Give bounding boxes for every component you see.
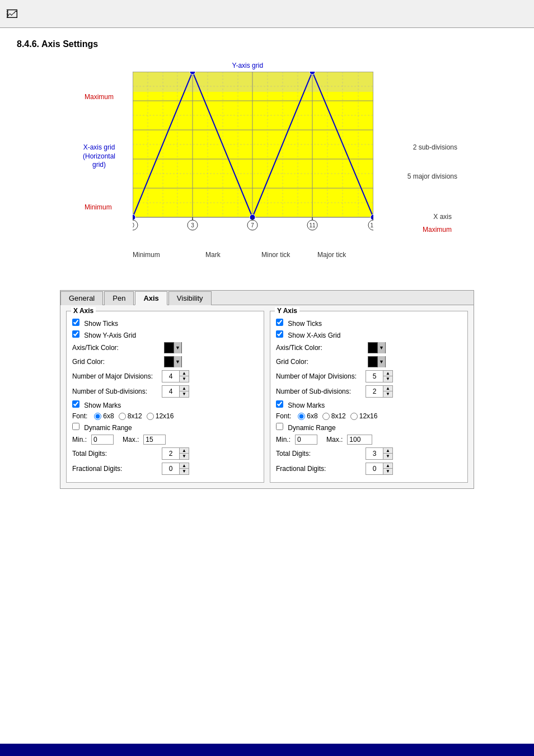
show-marks-checkbox-x[interactable] bbox=[72, 400, 79, 408]
major-divisions-spinbox-x[interactable]: ▲ ▼ bbox=[162, 370, 189, 382]
total-digits-input-y[interactable] bbox=[366, 449, 383, 458]
sub-divisions-row-y: Number of Sub-divisions: ▲ ▼ bbox=[276, 385, 462, 398]
fractional-digits-input-y[interactable] bbox=[366, 464, 383, 473]
show-marks-label-x[interactable]: Show Marks bbox=[72, 400, 121, 409]
total-digits-down-x[interactable]: ▼ bbox=[180, 454, 189, 459]
fractional-digits-down-y[interactable]: ▼ bbox=[383, 469, 392, 474]
chart-container: 100 80 60 40 20 0 0 3 bbox=[133, 72, 373, 234]
fractional-digits-up-x[interactable]: ▲ bbox=[180, 463, 189, 469]
fractional-digits-spinbox-y[interactable]: ▲ ▼ bbox=[366, 463, 393, 475]
total-digits-spinbox-x[interactable]: ▲ ▼ bbox=[162, 447, 189, 460]
show-xaxis-grid-checkbox[interactable] bbox=[276, 330, 283, 338]
major-divisions-down-x[interactable]: ▼ bbox=[180, 376, 189, 382]
major-divisions-row-y: Number of Major Divisions: ▲ ▼ bbox=[276, 370, 462, 382]
tab-axis[interactable]: Axis bbox=[135, 291, 167, 305]
grid-color-swatch-y[interactable]: ▼ bbox=[368, 356, 386, 367]
total-digits-up-y[interactable]: ▲ bbox=[383, 448, 392, 454]
svg-text:0: 0 bbox=[133, 222, 134, 228]
font-6x8-radio-x[interactable] bbox=[94, 413, 101, 420]
dynamic-range-label-x[interactable]: Dynamic Range bbox=[72, 423, 132, 432]
dynamic-range-label-y[interactable]: Dynamic Range bbox=[276, 423, 336, 432]
total-digits-input-x[interactable] bbox=[162, 449, 179, 458]
grid-color-swatch-x[interactable]: ▼ bbox=[164, 356, 182, 367]
tab-general[interactable]: General bbox=[60, 291, 103, 305]
minor-tick-label: Minor tick bbox=[261, 251, 290, 259]
svg-text:15: 15 bbox=[370, 222, 373, 228]
min-input-y[interactable] bbox=[295, 435, 317, 445]
dynamic-range-checkbox-x[interactable] bbox=[72, 423, 79, 430]
font-8x12-radio-y[interactable] bbox=[322, 413, 330, 420]
sub-divisions-label: 2 sub-divisions bbox=[413, 143, 457, 151]
dynamic-range-checkbox-y[interactable] bbox=[276, 423, 283, 430]
sub-divisions-spinbox-x[interactable]: ▲ ▼ bbox=[162, 385, 189, 398]
show-ticks-row-x: Show Ticks bbox=[72, 319, 258, 328]
maximum-bottom-label: Maximum bbox=[423, 226, 452, 234]
svg-text:3: 3 bbox=[191, 222, 194, 228]
major-divisions-up-x[interactable]: ▲ bbox=[180, 371, 189, 376]
maximum-label: Maximum bbox=[85, 93, 114, 101]
tab-pen[interactable]: Pen bbox=[104, 291, 134, 305]
fractional-digits-down-x[interactable]: ▼ bbox=[180, 469, 189, 474]
show-ticks-label-x[interactable]: Show Ticks bbox=[72, 319, 118, 328]
axis-tick-color-swatch-x[interactable]: ▼ bbox=[164, 342, 182, 353]
font-12x16-y[interactable]: 12x16 bbox=[350, 412, 378, 420]
show-xaxis-grid-label[interactable]: Show X-Axis Grid bbox=[276, 330, 340, 339]
major-divisions-up-y[interactable]: ▲ bbox=[383, 371, 392, 376]
total-digits-down-y[interactable]: ▼ bbox=[383, 454, 392, 459]
show-marks-row-y: Show Marks bbox=[276, 400, 462, 409]
font-12x16-x[interactable]: 12x16 bbox=[147, 412, 174, 420]
show-ticks-checkbox-y[interactable] bbox=[276, 319, 283, 326]
show-yaxis-grid-label[interactable]: Show Y-Axis Grid bbox=[72, 330, 136, 339]
major-divisions-label: 5 major divisions bbox=[407, 172, 457, 180]
total-digits-spinbox-y[interactable]: ▲ ▼ bbox=[366, 447, 393, 460]
settings-panel: General Pen Axis Visibility X Axis Show … bbox=[60, 290, 474, 489]
sub-divisions-down-x[interactable]: ▼ bbox=[180, 391, 189, 397]
font-8x12-radio-x[interactable] bbox=[119, 413, 126, 420]
font-12x16-radio-y[interactable] bbox=[350, 413, 358, 420]
sub-divisions-btns-y: ▲ ▼ bbox=[383, 386, 392, 397]
major-divisions-spinbox-y[interactable]: ▲ ▼ bbox=[366, 370, 393, 382]
show-ticks-label-y[interactable]: Show Ticks bbox=[276, 319, 322, 328]
sub-divisions-up-x[interactable]: ▲ bbox=[180, 386, 189, 391]
major-divisions-down-y[interactable]: ▼ bbox=[383, 376, 392, 382]
sub-divisions-input-x[interactable] bbox=[162, 387, 179, 396]
svg-rect-1 bbox=[133, 72, 373, 92]
font-6x8-radio-y[interactable] bbox=[298, 413, 305, 420]
sub-divisions-input-y[interactable] bbox=[366, 387, 383, 396]
fractional-digits-input-x[interactable] bbox=[162, 464, 179, 473]
fractional-digits-up-y[interactable]: ▲ bbox=[383, 463, 392, 469]
min-input-x[interactable] bbox=[91, 435, 114, 445]
font-8x12-y[interactable]: 8x12 bbox=[322, 412, 346, 420]
diagram-wrapper: Y axis Y-axis grid(Vertical grid) X-axis… bbox=[77, 60, 457, 273]
tab-visibility[interactable]: Visibility bbox=[168, 291, 212, 305]
font-6x8-x[interactable]: 6x8 bbox=[94, 412, 114, 420]
fractional-digits-spinbox-x[interactable]: ▲ ▼ bbox=[162, 463, 189, 475]
font-12x16-radio-x[interactable] bbox=[147, 413, 154, 420]
font-8x12-x[interactable]: 8x12 bbox=[119, 412, 142, 420]
show-yaxis-grid-checkbox[interactable] bbox=[72, 330, 79, 338]
total-digits-up-x[interactable]: ▲ bbox=[180, 448, 189, 454]
sub-divisions-spinbox-y[interactable]: ▲ ▼ bbox=[366, 385, 393, 398]
total-digits-btns-x: ▲ ▼ bbox=[179, 448, 189, 459]
show-marks-checkbox-y[interactable] bbox=[276, 400, 283, 408]
max-input-x[interactable] bbox=[143, 435, 166, 445]
max-input-y[interactable] bbox=[347, 435, 372, 445]
axis-tick-color-arrow-y[interactable]: ▼ bbox=[377, 342, 385, 353]
major-divisions-input-y[interactable] bbox=[366, 372, 383, 381]
show-ticks-checkbox-x[interactable] bbox=[72, 319, 79, 326]
axis-tick-color-swatch-y[interactable]: ▼ bbox=[368, 342, 386, 353]
show-ticks-row-y: Show Ticks bbox=[276, 319, 462, 328]
axis-tick-color-arrow-x[interactable]: ▼ bbox=[174, 342, 181, 353]
sub-divisions-down-y[interactable]: ▼ bbox=[383, 391, 392, 397]
major-divisions-btns-y: ▲ ▼ bbox=[383, 371, 392, 382]
fractional-digits-row-y: Fractional Digits: ▲ ▼ bbox=[276, 463, 462, 475]
show-marks-label-y[interactable]: Show Marks bbox=[276, 400, 325, 409]
major-divisions-input-x[interactable] bbox=[162, 372, 179, 381]
grid-color-arrow-y[interactable]: ▼ bbox=[377, 356, 385, 367]
grid-color-arrow-x[interactable]: ▼ bbox=[174, 356, 181, 367]
font-radio-group-y: 6x8 8x12 12x16 bbox=[298, 412, 377, 420]
sub-divisions-up-y[interactable]: ▲ bbox=[383, 386, 392, 391]
svg-rect-0 bbox=[133, 72, 373, 217]
dynamic-range-row-x: Dynamic Range bbox=[72, 423, 258, 432]
font-6x8-y[interactable]: 6x8 bbox=[298, 412, 317, 420]
